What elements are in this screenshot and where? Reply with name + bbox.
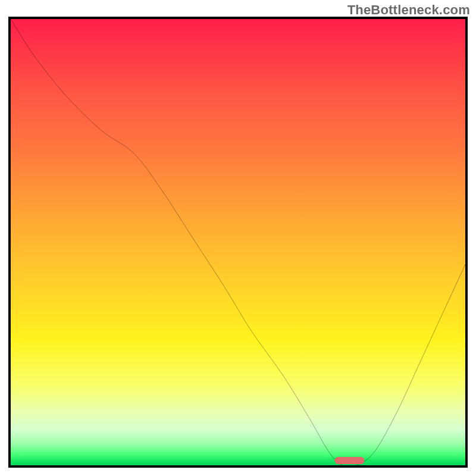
watermark-text: TheBottleneck.com bbox=[347, 2, 470, 18]
plot-area bbox=[8, 17, 468, 468]
optimum-marker bbox=[334, 457, 364, 464]
chart-container: TheBottleneck.com bbox=[0, 0, 476, 476]
bottleneck-curve bbox=[11, 19, 465, 465]
